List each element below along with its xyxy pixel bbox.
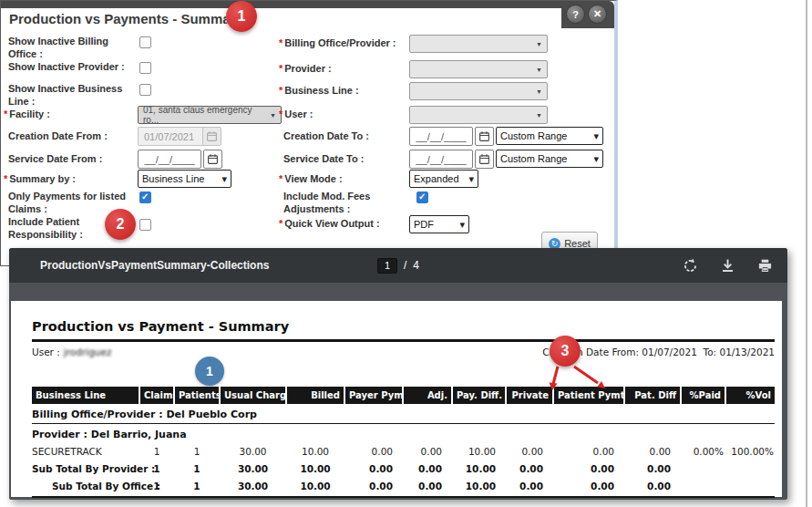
column-header: Claims bbox=[140, 387, 173, 404]
show-inactive-provider-checkbox[interactable] bbox=[139, 62, 151, 74]
cell: 100.00% bbox=[726, 446, 775, 457]
report-filter-window: Production vs Payments - Summary ? ✕ Sho… bbox=[0, 0, 618, 266]
business-line-dropdown[interactable]: ▼ bbox=[409, 82, 548, 100]
help-icon[interactable]: ? bbox=[566, 5, 585, 24]
cell: 0.00 bbox=[345, 481, 402, 491]
report-page: Production vs Payment - Summary User : j… bbox=[11, 301, 782, 497]
creation-date-to-input[interactable]: __/__/____ bbox=[409, 127, 473, 146]
cell: 1 bbox=[175, 446, 219, 457]
cell: 30.00 bbox=[221, 446, 285, 457]
cell: 0.00 bbox=[404, 463, 451, 474]
annotation-badge-3: 3 bbox=[550, 336, 581, 367]
cell: 10.00 bbox=[287, 463, 344, 474]
cell: 10.00 bbox=[453, 481, 505, 491]
include-mod-fees-adjustments-checkbox[interactable] bbox=[416, 191, 428, 203]
billing-office-provider-dropdown[interactable]: ▼ bbox=[409, 35, 548, 53]
user-dropdown[interactable]: ▼ bbox=[409, 106, 548, 124]
column-header: Adj. bbox=[404, 387, 451, 404]
report-user: User : jrodriguez bbox=[32, 347, 111, 357]
browser-edge-line bbox=[806, 0, 807, 507]
field-label-creation-date-from: Creation Date From : bbox=[8, 130, 145, 143]
field-label-business-line: *Business Line : bbox=[279, 85, 411, 98]
provider-dropdown[interactable]: ▼ bbox=[409, 60, 548, 78]
field-label-user: *User : bbox=[279, 109, 411, 121]
service-date-from-calendar-button[interactable] bbox=[203, 150, 222, 169]
field-label-provider: *Provider : bbox=[279, 63, 411, 76]
column-header: %Vol bbox=[726, 387, 775, 404]
report-title-rule bbox=[32, 339, 775, 342]
show-inactive-billing-office-checkbox[interactable] bbox=[139, 36, 151, 48]
column-header: Patients bbox=[175, 387, 219, 404]
show-inactive-business-line-checkbox[interactable] bbox=[139, 84, 151, 96]
annotation-arrows bbox=[530, 337, 640, 397]
column-header: Billed bbox=[287, 387, 344, 404]
required-asterisk: * bbox=[279, 173, 283, 184]
pdf-document-title: ProductionVsPaymentSummary-Collections bbox=[40, 259, 269, 272]
chevron-down-icon: ▼ bbox=[270, 112, 276, 119]
table-row: SECURETRACK1130.0010.000.000.0010.000.00… bbox=[32, 444, 775, 458]
pdf-viewer-body: Production vs Payment - Summary User : j… bbox=[9, 283, 787, 500]
cell: 10.00 bbox=[453, 446, 505, 457]
annotation-badge-1: 1 bbox=[226, 1, 257, 32]
cell: 0.00 bbox=[507, 463, 552, 474]
chevron-down-icon: ▼ bbox=[536, 88, 542, 95]
report-title: Production vs Payment - Summary bbox=[32, 319, 289, 334]
chevron-down-icon: ▾ bbox=[221, 173, 227, 185]
cell: 0.00 bbox=[625, 463, 680, 474]
view-mode-select[interactable]: Expanded▾ bbox=[409, 170, 478, 188]
creation-date-to-calendar-button[interactable] bbox=[475, 127, 494, 146]
required-asterisk: * bbox=[279, 109, 283, 119]
column-header: Usual Charge bbox=[221, 387, 285, 404]
cell: 0.00 bbox=[404, 446, 451, 457]
row-label: SECURETRACK bbox=[32, 446, 139, 457]
report-table-header-row: Business LineClaimsPatientsUsual ChargeB… bbox=[32, 387, 775, 404]
service-date-range-select[interactable]: Custom Range▾ bbox=[496, 150, 603, 168]
cell: 0.00 bbox=[554, 446, 623, 457]
column-header: Business Line bbox=[32, 387, 139, 404]
pdf-viewer: ProductionVsPaymentSummary-Collections 1… bbox=[9, 248, 787, 500]
annotation-report-badge-1: 1 bbox=[195, 357, 224, 386]
report-user-value: jrodriguez bbox=[64, 347, 112, 357]
download-icon[interactable] bbox=[720, 258, 735, 274]
field-label-service-date-from: Service Date From : bbox=[8, 153, 145, 166]
print-icon[interactable] bbox=[757, 258, 773, 274]
field-label-facility: *Facility : bbox=[4, 109, 140, 121]
column-header: Pay. Diff. bbox=[453, 387, 505, 404]
service-date-to-input[interactable]: __/__/____ bbox=[409, 150, 473, 169]
chevron-down-icon: ▾ bbox=[593, 130, 599, 142]
page-number-input[interactable]: 1 bbox=[377, 258, 397, 274]
cell: 0.00 bbox=[625, 446, 680, 457]
field-label-view-mode: *View Mode : bbox=[279, 173, 411, 186]
column-header: Payer Pymt. bbox=[345, 387, 402, 404]
window-title-strip: Production vs Payments - Summary bbox=[1, 8, 561, 29]
cell: 30.00 bbox=[221, 481, 285, 491]
calendar-icon bbox=[478, 153, 490, 165]
summary-by-select[interactable]: Business Line▾ bbox=[138, 170, 231, 188]
page-separator: / bbox=[404, 259, 406, 272]
cell: 1 bbox=[140, 481, 173, 491]
calendar-icon bbox=[207, 153, 219, 165]
close-icon[interactable]: ✕ bbox=[588, 5, 607, 24]
rotate-icon[interactable] bbox=[683, 258, 698, 274]
field-label-show-inactive-billing-office: Show Inactive Billing Office : bbox=[8, 36, 134, 61]
facility-dropdown[interactable]: 01, santa claus emergency ro... ▼ bbox=[138, 106, 282, 124]
required-asterisk: * bbox=[279, 63, 283, 74]
cell: 30.00 bbox=[221, 463, 285, 474]
include-patient-responsibility-checkbox[interactable] bbox=[139, 219, 151, 231]
calendar-icon bbox=[478, 130, 490, 142]
calendar-icon bbox=[202, 128, 221, 145]
cell: 0.00 bbox=[345, 446, 402, 457]
quick-view-output-select[interactable]: PDF▾ bbox=[409, 215, 469, 233]
only-payments-listed-claims-checkbox[interactable] bbox=[139, 191, 151, 203]
window-header: Production vs Payments - Summary ? ✕ bbox=[1, 1, 614, 28]
creation-date-range-select[interactable]: Custom Range▾ bbox=[496, 127, 603, 145]
service-date-from-input[interactable]: __/__/____ bbox=[138, 150, 201, 169]
cell: 0.00 bbox=[345, 463, 402, 474]
divider bbox=[32, 423, 775, 424]
required-asterisk: * bbox=[279, 85, 283, 96]
chevron-down-icon: ▾ bbox=[593, 153, 599, 165]
pdf-toolbar: ProductionVsPaymentSummary-Collections 1… bbox=[9, 248, 787, 283]
report-table: Business LineClaimsPatientsUsual ChargeB… bbox=[32, 387, 775, 498]
row-label: Sub Total By Provider : bbox=[32, 463, 139, 474]
service-date-to-calendar-button[interactable] bbox=[475, 150, 494, 169]
